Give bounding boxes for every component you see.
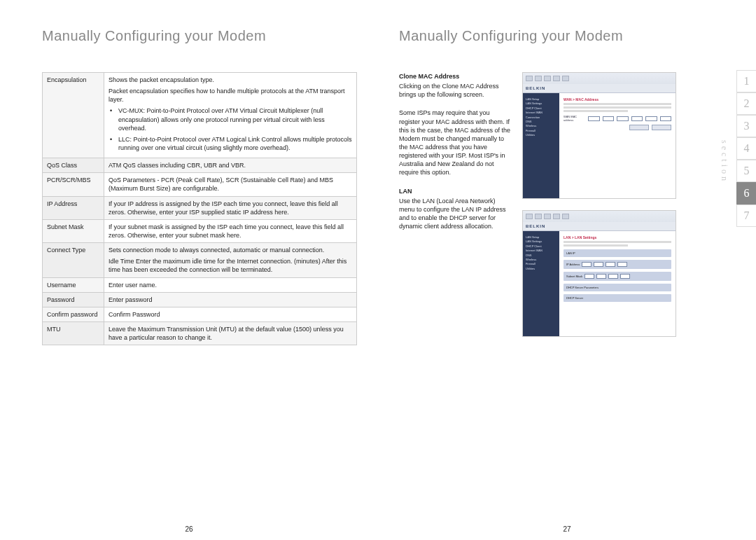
section-tab-5[interactable]: 5 <box>736 160 756 182</box>
row-desc: Confirm Password <box>104 307 357 321</box>
page-number: 27 <box>563 525 570 533</box>
encap-bullet: LLC: Point-to-Point Protocol over ATM Lo… <box>108 135 352 152</box>
section-tab-7[interactable]: 7 <box>736 205 756 227</box>
row-desc: QoS Parameters - PCR (Peak Cell Rate), S… <box>104 173 357 196</box>
section-tab-3[interactable]: 3 <box>736 115 756 137</box>
lan-heading: LAN <box>399 187 511 195</box>
row-label: IP Address <box>43 196 104 219</box>
row-label: QoS Class <box>43 158 104 173</box>
clone-p1: Clicking on the Clone MAC Address brings… <box>399 82 511 99</box>
screenshot-clone-mac: BELKIN LAN SetupLAN SettingsDHCP ClientI… <box>522 72 676 199</box>
row-label: Subnet Mask <box>43 219 104 242</box>
section-tab-1[interactable]: 1 <box>736 70 756 92</box>
row-desc: Enter password <box>104 292 357 307</box>
browser-toolbar <box>523 73 676 84</box>
section-label: section <box>719 140 729 184</box>
section-tab-2[interactable]: 2 <box>736 92 756 115</box>
thumb-sidebar: LAN SetupLAN SettingsDHCP ClientInternet… <box>523 93 559 198</box>
row-label: Password <box>43 292 104 307</box>
right-page: Manually Configuring your Modem Clone MA… <box>378 0 756 540</box>
left-page: Manually Configuring your Modem Encapsul… <box>0 0 378 540</box>
page-title-right: Manually Configuring your Modem <box>399 28 700 44</box>
spec-table: Encapsulation Shows the packet encapsula… <box>42 72 357 345</box>
page-number: 26 <box>185 525 192 533</box>
brand-bar: BELKIN <box>523 222 676 231</box>
section-tabs: 1 2 3 4 5 6 7 <box>736 70 756 227</box>
section-tab-4[interactable]: 4 <box>736 137 756 160</box>
brand-bar: BELKIN <box>523 84 676 93</box>
row-label: Confirm password <box>43 307 104 321</box>
row-label: Connect Type <box>43 243 104 277</box>
row-label: MTU <box>43 321 104 345</box>
thumb-content: WAN > MAC Address WAN MAC address <box>559 93 676 198</box>
row-desc: ATM QoS classes including CBR, UBR and V… <box>104 158 357 173</box>
row-desc: If your IP address is assigned by the IS… <box>104 196 357 219</box>
thumb-content: LAN > LAN Settings LAN IP IP Address Sub… <box>559 231 676 336</box>
connect-desc1: Sets connection mode to always connected… <box>108 246 352 254</box>
encap-bullet: VC-MUX: Point-to-Point Protocol over ATM… <box>108 106 352 132</box>
thumb-sidebar: LAN SetupLAN SettingsDHCP ClientInternet… <box>523 231 559 336</box>
encap-line2: Packet encapsulation specifies how to ha… <box>108 87 352 104</box>
section-tab-6[interactable]: 6 <box>736 182 756 205</box>
row-label: Encapsulation <box>43 73 104 158</box>
lan-p1: Use the LAN (Local Area Network) menu to… <box>399 197 511 231</box>
clone-heading: Clone MAC Address <box>399 72 511 81</box>
browser-toolbar <box>523 211 676 222</box>
row-desc: Enter user name. <box>104 277 357 292</box>
row-desc: If your subnet mask is assigned by the I… <box>104 219 357 242</box>
connect-desc2: Idle Time Enter the maximum idle time fo… <box>108 257 352 274</box>
encap-line1: Shows the packet encapsulation type. <box>108 76 352 84</box>
page-title-left: Manually Configuring your Modem <box>42 28 357 44</box>
row-label: PCR/SCR/MBS <box>43 173 104 196</box>
screenshot-lan: BELKIN LAN SetupLAN SettingsDHCP ClientI… <box>522 210 676 337</box>
clone-p2: Some ISPs may require that you register … <box>399 109 511 176</box>
row-desc: Leave the Maximum Transmission Unit (MTU… <box>104 321 357 345</box>
row-label: Username <box>43 277 104 292</box>
